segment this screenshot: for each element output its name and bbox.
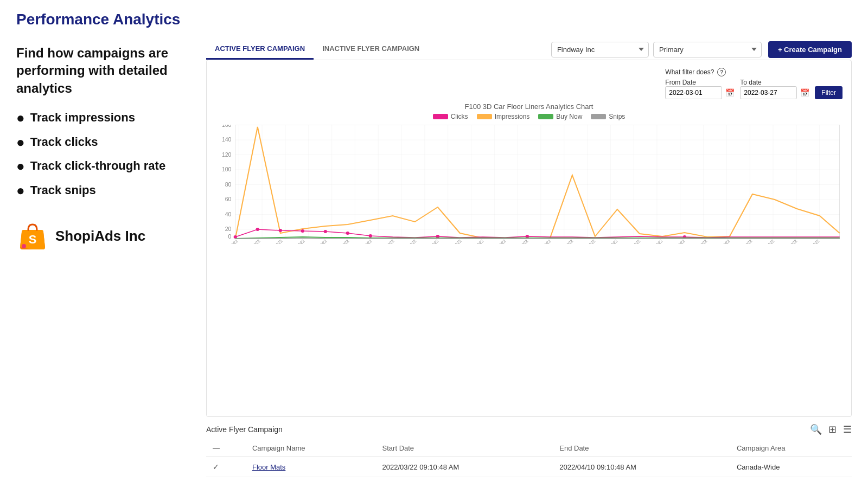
chart-container: What filter does? ? From Date 📅 bbox=[206, 60, 852, 417]
th-start-date: Start Date bbox=[376, 440, 553, 457]
svg-text:03/07/2022: 03/07/2022 bbox=[354, 239, 373, 244]
page-title: Performance Analytics bbox=[16, 11, 852, 28]
svg-text:03/21/2022: 03/21/2022 bbox=[667, 239, 686, 244]
svg-text:03/13/2022: 03/13/2022 bbox=[488, 239, 507, 244]
tab-active-flyer[interactable]: ACTIVE FLYER CAMPAIGN bbox=[206, 39, 314, 60]
svg-text:03/17/2022: 03/17/2022 bbox=[578, 239, 596, 244]
tagline: Find how campaigns are performing with d… bbox=[16, 44, 195, 97]
svg-text:03/24/2022: 03/24/2022 bbox=[735, 239, 753, 244]
svg-text:03/09/2022: 03/09/2022 bbox=[399, 239, 417, 244]
filter-group: What filter does? ? From Date 📅 bbox=[665, 68, 843, 99]
page-container: Performance Analytics Find how campaigns… bbox=[0, 0, 868, 488]
from-date-group: From Date 📅 bbox=[665, 79, 735, 99]
bullet-snips: ●Track snips bbox=[16, 183, 195, 198]
search-icon[interactable]: 🔍 bbox=[810, 423, 822, 435]
svg-text:03/19/2022: 03/19/2022 bbox=[623, 239, 641, 244]
svg-text:03/23/2022: 03/23/2022 bbox=[712, 239, 731, 244]
svg-text:03/06/2022: 03/06/2022 bbox=[331, 239, 350, 244]
svg-text:03/14/2022: 03/14/2022 bbox=[510, 239, 529, 244]
table-icons: 🔍 ⊞ ☰ bbox=[810, 423, 852, 435]
right-panel: ACTIVE FLYER CAMPAIGN INACTIVE FLYER CAM… bbox=[206, 39, 852, 477]
svg-point-14 bbox=[256, 228, 259, 231]
bullet-ctr: ●Track click-through rate bbox=[16, 158, 195, 174]
svg-text:03/26/2022: 03/26/2022 bbox=[780, 239, 798, 244]
svg-point-15 bbox=[279, 229, 282, 232]
svg-text:03/27/2022: 03/27/2022 bbox=[802, 239, 820, 244]
svg-rect-11 bbox=[235, 125, 840, 239]
bullet-clicks: ●Track clicks bbox=[16, 134, 195, 150]
svg-text:80: 80 bbox=[225, 182, 232, 188]
svg-text:100: 100 bbox=[222, 167, 232, 173]
main-content: Find how campaigns are performing with d… bbox=[16, 39, 852, 477]
bullet-list: ●Track impressions ●Track clicks ●Track … bbox=[16, 110, 195, 198]
svg-text:03/04/2022: 03/04/2022 bbox=[287, 239, 305, 244]
filter-what-label: What filter does? ? bbox=[665, 68, 843, 76]
th-campaign-area: Campaign Area bbox=[730, 440, 852, 457]
calendar-icon[interactable]: 📅 bbox=[725, 88, 735, 97]
svg-point-18 bbox=[346, 232, 349, 235]
th-campaign-name: Campaign Name bbox=[246, 440, 376, 457]
to-date-input[interactable] bbox=[740, 86, 797, 99]
table-section: Active Flyer Campaign 🔍 ⊞ ☰ — Campaign N… bbox=[206, 423, 852, 477]
svg-text:03/16/2022: 03/16/2022 bbox=[556, 239, 574, 244]
campaign-area-cell: Canada-Wide bbox=[730, 457, 852, 477]
svg-text:03/18/2022: 03/18/2022 bbox=[600, 239, 618, 244]
th-end-date: End Date bbox=[553, 440, 730, 457]
filter-button[interactable]: Filter bbox=[815, 86, 843, 99]
table-header-row: Active Flyer Campaign 🔍 ⊞ ☰ bbox=[206, 423, 852, 435]
legend-clicks: Clicks bbox=[433, 113, 468, 120]
tab-inactive-flyer[interactable]: INACTIVE FLYER CAMPAIGN bbox=[314, 39, 428, 60]
th-toggle: — bbox=[206, 440, 246, 457]
svg-text:03/08/2022: 03/08/2022 bbox=[376, 239, 395, 244]
svg-text:03/20/2022: 03/20/2022 bbox=[645, 239, 663, 244]
svg-text:03/05/2022: 03/05/2022 bbox=[309, 239, 328, 244]
svg-text:03/25/2022: 03/25/2022 bbox=[757, 239, 775, 244]
svg-text:0: 0 bbox=[228, 234, 232, 240]
svg-point-1 bbox=[22, 244, 26, 248]
company-select[interactable]: Findway Inc bbox=[551, 42, 649, 57]
svg-text:40: 40 bbox=[225, 211, 232, 217]
calendar-icon-2[interactable]: 📅 bbox=[800, 88, 809, 97]
svg-text:140: 140 bbox=[222, 137, 232, 143]
svg-text:120: 120 bbox=[222, 152, 232, 158]
filter-list-icon[interactable]: ☰ bbox=[843, 423, 852, 435]
info-icon: ? bbox=[717, 68, 726, 76]
table-header: — Campaign Name Start Date End Date Camp… bbox=[206, 440, 852, 457]
start-date-cell: 2022/03/22 09:10:48 AM bbox=[376, 457, 553, 477]
campaign-table: — Campaign Name Start Date End Date Camp… bbox=[206, 440, 852, 477]
filter-row: What filter does? ? From Date 📅 bbox=[215, 68, 843, 99]
svg-text:160: 160 bbox=[222, 125, 232, 128]
chart-svg-wrap: 160 140 120 100 80 60 40 20 0 bbox=[215, 125, 843, 411]
logo-icon: S bbox=[16, 220, 49, 253]
svg-text:60: 60 bbox=[225, 197, 232, 203]
top-bar: ACTIVE FLYER CAMPAIGN INACTIVE FLYER CAM… bbox=[206, 39, 852, 60]
legend-impressions: Impressions bbox=[477, 113, 530, 120]
svg-text:03/15/2022: 03/15/2022 bbox=[533, 239, 552, 244]
row-chevron[interactable]: ✓ bbox=[206, 457, 246, 477]
chart-legend: Clicks Impressions Buy Now Snips bbox=[215, 113, 843, 120]
svg-text:20: 20 bbox=[225, 227, 232, 233]
svg-text:03/12/2022: 03/12/2022 bbox=[466, 239, 484, 244]
bullet-impressions: ●Track impressions bbox=[16, 110, 195, 126]
svg-text:03/10/2022: 03/10/2022 bbox=[421, 239, 439, 244]
primary-select[interactable]: Primary bbox=[653, 42, 762, 57]
svg-text:03/11/2022: 03/11/2022 bbox=[444, 239, 462, 244]
create-campaign-button[interactable]: + Create Campaign bbox=[768, 41, 852, 58]
svg-text:03/02/2022: 03/02/2022 bbox=[242, 239, 261, 244]
date-filters: From Date 📅 To date 📅 bbox=[665, 79, 843, 99]
end-date-cell: 2022/04/10 09:10:48 AM bbox=[553, 457, 730, 477]
from-date-input[interactable] bbox=[665, 86, 722, 99]
campaign-name-link[interactable]: Floor Mats bbox=[246, 457, 376, 477]
svg-text:03/22/2022: 03/22/2022 bbox=[690, 239, 708, 244]
logo-text: ShopiAds Inc bbox=[55, 228, 145, 245]
grid-icon[interactable]: ⊞ bbox=[828, 423, 837, 435]
legend-buynow: Buy Now bbox=[538, 113, 582, 120]
svg-text:S: S bbox=[29, 233, 37, 246]
to-date-group: To date 📅 bbox=[740, 79, 809, 99]
table-section-title: Active Flyer Campaign bbox=[206, 425, 283, 434]
svg-point-19 bbox=[369, 234, 372, 237]
legend-snips: Snips bbox=[591, 113, 625, 120]
left-panel: Find how campaigns are performing with d… bbox=[16, 39, 195, 477]
table-row: ✓ Floor Mats 2022/03/22 09:10:48 AM 2022… bbox=[206, 457, 852, 477]
analytics-chart: 160 140 120 100 80 60 40 20 0 bbox=[215, 125, 843, 244]
